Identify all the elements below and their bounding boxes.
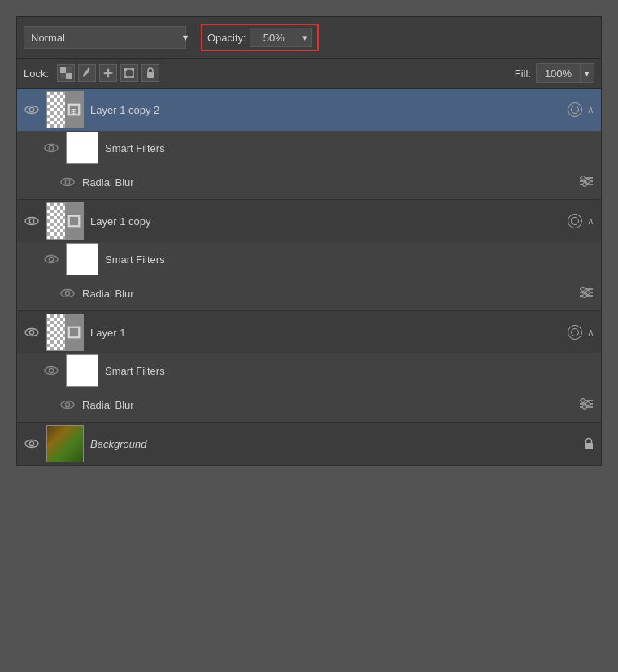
fill-input[interactable] [536, 63, 581, 83]
svg-point-55 [583, 405, 587, 409]
svg-rect-11 [132, 76, 134, 78]
lock-all-icon [146, 67, 155, 79]
transform-icon [124, 67, 135, 79]
eye-svg-rb3 [60, 400, 75, 410]
svg-rect-1 [66, 73, 72, 79]
svg-point-35 [65, 291, 69, 295]
layer-group-layer1: Layer 1 ∧ Smart Filters [17, 311, 601, 423]
layer-visibility-circle-layer1copy2[interactable] [568, 102, 582, 117]
checker-half-3 [47, 314, 65, 350]
thumbnail-layer1copy [46, 202, 84, 240]
svg-point-25 [581, 176, 585, 180]
move-icon [102, 67, 114, 79]
fill-section: Fill: ▾ [515, 63, 594, 83]
lock-icons [57, 64, 159, 82]
lock-all-button[interactable] [141, 64, 159, 82]
sublayer-row-rb3[interactable]: Radial Blur [17, 388, 601, 422]
svg-point-41 [583, 293, 587, 297]
sublayer-row-sf3[interactable]: Smart Filters [17, 353, 601, 388]
layer-right-icons-background [583, 437, 594, 450]
layer-name-layer1: Layer 1 [90, 327, 561, 339]
eye-icon-rb2[interactable] [59, 287, 76, 300]
layer-row-layer1[interactable]: Layer 1 ∧ [17, 311, 601, 353]
svg-point-53 [581, 398, 585, 402]
layer-visibility-circle-layer1copy[interactable] [568, 214, 582, 228]
eye-icon-layer1[interactable] [24, 326, 40, 339]
collapse-arrow-layer1copy2[interactable]: ∧ [587, 104, 594, 115]
sliders-icon-rb2 [578, 287, 594, 298]
blend-mode-select[interactable]: Normal Dissolve Multiply Screen Overlay [24, 26, 186, 49]
eye-svg-rb1 [60, 177, 75, 187]
svg-point-14 [29, 107, 33, 111]
svg-point-47 [49, 368, 53, 372]
thumbnail-layer1 [46, 314, 84, 351]
layer-visibility-circle-layer1[interactable] [568, 325, 582, 340]
filter-sliders-rb3 [578, 398, 594, 412]
smart-object-icon-3 [66, 324, 82, 340]
layer-row-background[interactable]: Background [17, 423, 601, 465]
opacity-input[interactable] [250, 28, 298, 47]
lock-artboard-button[interactable] [120, 64, 138, 82]
eye-icon-sf2[interactable] [43, 253, 59, 266]
svg-point-39 [581, 287, 585, 291]
sublayer-row-rb2[interactable]: Radial Blur [17, 276, 601, 310]
sublayer-name-rb3: Radial Blur [82, 399, 572, 411]
svg-rect-45 [70, 328, 78, 336]
svg-rect-3 [60, 73, 66, 79]
svg-point-57 [29, 441, 33, 445]
thumbnail-sf3 [66, 354, 98, 387]
eye-icon-layer1copy[interactable] [24, 215, 40, 228]
svg-rect-10 [124, 76, 127, 78]
eye-icon-sf1[interactable] [43, 141, 59, 154]
svg-point-43 [29, 330, 33, 334]
opacity-wrapper: Opacity: ▾ [201, 24, 319, 51]
eye-icon-rb3[interactable] [59, 398, 76, 411]
eye-svg-rb2 [60, 288, 75, 298]
svg-point-49 [65, 402, 69, 406]
svg-point-26 [586, 179, 590, 183]
filter-sliders-rb2 [578, 287, 594, 301]
svg-rect-12 [147, 72, 154, 78]
eye-icon-sf3[interactable] [43, 364, 59, 377]
svg-rect-6 [105, 72, 111, 74]
svg-text:⊞: ⊞ [71, 107, 77, 115]
eye-svg-layer1copy [24, 216, 39, 226]
sublayer-row-sf2[interactable]: Smart Filters [17, 242, 601, 276]
brush-icon [81, 67, 93, 79]
layer-row-layer1copy[interactable]: Layer 1 copy ∧ [17, 200, 601, 242]
blend-mode-wrapper: Normal Dissolve Multiply Screen Overlay … [24, 26, 194, 49]
opacity-dropdown-button[interactable]: ▾ [298, 28, 312, 47]
layer-right-icons-layer1copy: ∧ [568, 214, 594, 228]
svg-point-27 [583, 182, 587, 186]
sublayer-name-rb1: Radial Blur [82, 176, 572, 189]
eye-svg-sf1 [44, 143, 59, 153]
collapse-arrow-layer1[interactable]: ∧ [587, 327, 594, 338]
eye-icon-layer1copy2[interactable] [24, 103, 40, 116]
lock-image-pixels-button[interactable] [78, 64, 96, 82]
fill-dropdown-button[interactable]: ▾ [581, 63, 594, 83]
sublayer-row-sf1[interactable]: Smart Filters [17, 131, 601, 165]
layers-container: ⊞ Layer 1 copy 2 ∧ [17, 89, 601, 466]
opacity-label: Opacity: [207, 32, 246, 44]
lock-label: Lock: [24, 67, 49, 80]
eye-icon-rb1[interactable] [59, 176, 76, 189]
sublayer-name-sf1: Smart Filters [105, 142, 594, 154]
svg-rect-58 [585, 443, 593, 449]
thumbnail-sf2 [66, 243, 98, 275]
sublayer-name-sf2: Smart Filters [105, 254, 594, 266]
lock-transparent-button[interactable] [57, 64, 75, 82]
layer-name-layer1copy: Layer 1 copy [90, 215, 561, 228]
checker-half [47, 92, 65, 128]
sublayer-name-rb2: Radial Blur [82, 288, 572, 300]
eye-icon-background[interactable] [24, 437, 40, 450]
layer-row-layer1copy2[interactable]: ⊞ Layer 1 copy 2 ∧ [17, 89, 601, 131]
collapse-arrow-layer1copy[interactable]: ∧ [587, 215, 594, 227]
svg-point-40 [586, 290, 590, 294]
svg-point-19 [49, 145, 53, 150]
lock-position-button[interactable] [99, 64, 117, 82]
sublayer-row-rb1[interactable]: Radial Blur [17, 165, 601, 199]
svg-point-4 [88, 68, 90, 71]
svg-rect-2 [66, 67, 72, 73]
layer-right-icons-layer1: ∧ [568, 325, 594, 340]
svg-rect-0 [60, 67, 66, 73]
